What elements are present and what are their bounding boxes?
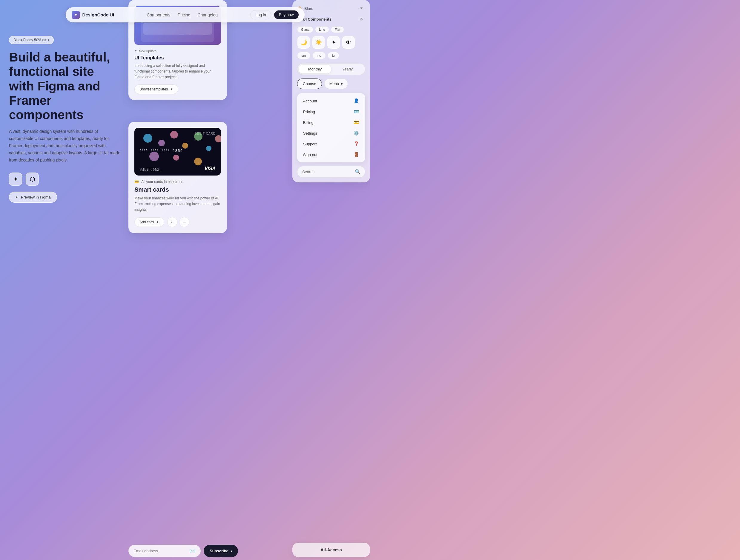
figma-preview-icon: ✦	[15, 195, 18, 199]
theme-eye-button[interactable]: 👁	[342, 36, 355, 49]
chevron-right-icon: ›	[48, 38, 49, 42]
size-sm-button[interactable]: sm	[297, 52, 310, 59]
subscribe-label: Subscribe	[210, 549, 228, 553]
menu-item-signout[interactable]: Sign out 🚪	[299, 149, 363, 160]
browse-icon: ✦	[170, 87, 173, 91]
sun-icon: ☀️	[315, 39, 322, 46]
mock-widget	[143, 23, 212, 35]
tag-line[interactable]: Line	[315, 26, 329, 33]
menu-label: Menu	[330, 82, 339, 86]
prev-arrow-button[interactable]: ←	[167, 217, 177, 227]
menu-button[interactable]: Menu ▾	[324, 79, 348, 89]
search-bar: 🔍	[297, 166, 365, 178]
support-icon: ❓	[354, 141, 359, 146]
dot-7	[215, 135, 221, 142]
theme-light-button[interactable]: ☀️	[312, 36, 325, 49]
smart-cards-desc: Make your finances work for you with the…	[134, 196, 221, 213]
size-lg-button[interactable]: lg	[328, 52, 339, 59]
dot-5	[194, 132, 202, 141]
tag-flat[interactable]: Flat	[331, 26, 344, 33]
nav-links: Components Pricing Changelog	[120, 13, 244, 17]
choose-menu-row: Choose Menu ▾	[297, 79, 365, 89]
add-card-label: Add card	[140, 220, 154, 224]
card-info-label: All your cards in one place	[141, 180, 183, 184]
smart-cards-card: DEBIT CARD **** **** **** 2859 Valid thr…	[128, 122, 227, 233]
preview-button-label: Preview in Figma	[21, 195, 51, 199]
choose-button[interactable]: Choose	[297, 79, 322, 89]
card-num-2: ****	[151, 149, 159, 153]
menu-item-support[interactable]: Support ❓	[299, 138, 363, 149]
framer-icon[interactable]: ⬡	[26, 173, 39, 186]
sparkle-icon: ✦	[332, 39, 336, 46]
blurs-text: Blurs	[304, 6, 313, 11]
support-label: Support	[303, 142, 317, 146]
nav-changelog[interactable]: Changelog	[197, 13, 218, 17]
dot-10	[194, 157, 202, 165]
monthly-toggle-button[interactable]: Monthly	[299, 65, 331, 74]
moon-icon: 🌙	[300, 39, 307, 46]
debit-card-bottom: Valid thru 06/24 VISA	[140, 166, 215, 171]
all-access-card: All-Access	[292, 543, 370, 557]
settings-icon: ⚙️	[354, 130, 359, 136]
theme-auto-button[interactable]: ✦	[327, 36, 340, 49]
eye-preview-icon: 👁	[346, 39, 351, 46]
pricing-icon: 🪪	[354, 109, 359, 114]
hero-title: Build a beautiful, functional site with …	[9, 50, 122, 122]
signout-label: Sign out	[303, 152, 317, 157]
browse-templates-button[interactable]: Browse templates ✦	[134, 85, 178, 94]
next-arrow-button[interactable]: →	[179, 217, 189, 227]
hero-icon-group: ✦ ⬡	[9, 173, 122, 186]
nav-actions: Log in Buy now	[250, 10, 298, 19]
pricing-toggle: Monthly Yearly	[297, 63, 365, 75]
nav-pricing[interactable]: Pricing	[178, 13, 191, 17]
subscribe-arrow-icon: ›	[231, 549, 232, 553]
theme-dark-button[interactable]: 🌙	[297, 36, 310, 49]
figma-icon[interactable]: ✦	[9, 173, 22, 186]
blurs-eye-icon[interactable]: 👁	[358, 5, 365, 12]
menu-item-settings[interactable]: Settings ⚙️	[299, 128, 363, 138]
menu-item-pricing[interactable]: Pricing 🪪	[299, 106, 363, 117]
grid-icon: ✦	[156, 220, 159, 224]
menu-item-billing[interactable]: Billing 💳	[299, 117, 363, 128]
settings-label: Settings	[303, 131, 317, 135]
ui-components-text: UI Components	[303, 17, 332, 21]
hero-badge[interactable]: Black Friday 50% off ›	[9, 36, 54, 44]
buynow-button[interactable]: Buy now	[274, 10, 299, 19]
hero-section: Black Friday 50% off › Build a beautiful…	[9, 36, 122, 203]
account-label: Account	[303, 99, 317, 103]
billing-icon: 💳	[354, 120, 359, 125]
hero-description: A vast, dynamic design system with hundr…	[9, 128, 122, 163]
browse-templates-label: Browse templates	[140, 87, 168, 91]
subscribe-button[interactable]: Subscribe ›	[204, 545, 238, 557]
ui-components-eye-icon[interactable]: 👁	[358, 15, 365, 23]
login-button[interactable]: Log in	[250, 10, 271, 19]
card-icon: 💳	[134, 180, 139, 184]
nav-components[interactable]: Components	[147, 13, 170, 17]
style-tags: Glass Line Flat	[297, 26, 365, 33]
dot-2	[158, 140, 165, 146]
right-panel: 🔆 Blurs 👁 ✦ UI Components 👁 Glass Line F…	[292, 0, 370, 183]
tag-glass[interactable]: Glass	[297, 26, 313, 33]
logo: ✦ DesignCode UI	[72, 11, 114, 19]
card-expiry: Valid thru 06/24	[140, 168, 160, 171]
card-num-3: ****	[162, 149, 170, 153]
email-input[interactable]	[133, 549, 187, 553]
search-input[interactable]	[302, 170, 352, 174]
new-update-badge: ✦ New update	[134, 49, 221, 53]
card-number-row: **** **** **** 2859	[140, 149, 215, 153]
add-card-button[interactable]: Add card ✦	[134, 217, 164, 227]
size-md-button[interactable]: md	[312, 52, 326, 59]
signout-icon: 🚪	[354, 152, 359, 157]
logo-icon: ✦	[72, 11, 80, 19]
blurs-row: 🔆 Blurs 👁	[297, 5, 365, 12]
account-icon: 👤	[354, 98, 359, 104]
card-nav-arrows: ← →	[167, 217, 189, 227]
preview-button[interactable]: ✦ Preview in Figma	[9, 192, 57, 203]
all-access-title: All-Access	[297, 548, 365, 552]
email-input-wrap: ✉️	[128, 545, 201, 557]
menu-item-account[interactable]: Account 👤	[299, 96, 363, 106]
dot-8	[149, 152, 159, 161]
size-buttons: sm md lg	[297, 52, 365, 59]
yearly-toggle-button[interactable]: Yearly	[331, 65, 364, 74]
hero-badge-text: Black Friday 50% off	[13, 38, 46, 42]
